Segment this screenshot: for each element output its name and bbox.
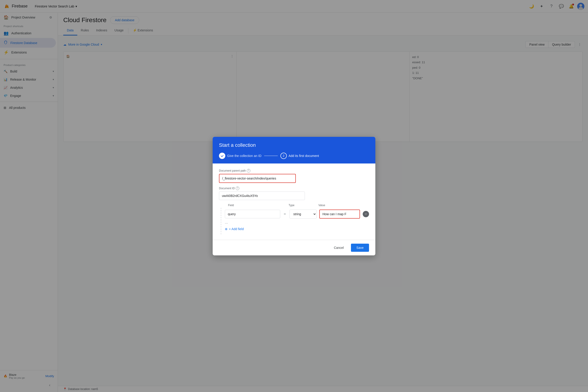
field-row-wrapper: = string number boolean map array null t… xyxy=(221,208,369,234)
type-select[interactable]: string number boolean map array null tim… xyxy=(289,210,317,218)
value-col-label: Value xyxy=(319,204,369,207)
document-id-section: Document ID ? xyxy=(219,186,369,200)
dialog-steps: Give the collection an ID 2 Add its firs… xyxy=(219,153,369,159)
parent-path-help-icon[interactable]: ? xyxy=(247,169,250,172)
field-name-input[interactable] xyxy=(225,210,280,218)
step-2: 2 Add its first document xyxy=(280,153,319,159)
add-field-plus-icon: ⊕ xyxy=(225,227,227,231)
dialog-footer: Cancel Save xyxy=(213,240,375,256)
field-row-1: = string number boolean map array null t… xyxy=(225,210,369,218)
dialog-body: Document parent path ? Document ID ? xyxy=(213,164,375,240)
field-equals: = xyxy=(283,212,287,216)
field-eq-spacer xyxy=(281,204,286,207)
document-id-help-icon[interactable]: ? xyxy=(236,186,239,190)
step-1: Give the collection an ID xyxy=(219,153,261,159)
parent-path-label: Document parent path ? xyxy=(219,169,369,172)
cancel-button[interactable]: Cancel xyxy=(329,244,348,251)
add-field-row: ··· ⊕ + Add field xyxy=(225,221,369,232)
document-id-label: Document ID ? xyxy=(219,186,369,190)
remove-field-button[interactable]: − xyxy=(363,211,369,217)
parent-path-section: Document parent path ? xyxy=(219,169,369,183)
dots-icon: ··· xyxy=(225,221,228,225)
modal-overlay[interactable]: Start a collection Give the collection a… xyxy=(0,0,588,392)
dialog: Start a collection Give the collection a… xyxy=(213,137,375,256)
fields-section: Field Type Value = string number xyxy=(219,204,369,234)
save-button[interactable]: Save xyxy=(351,244,369,252)
app-container: Firebase Firestore Vector Search Lab ▾ 🌙… xyxy=(0,0,588,392)
step-1-circle xyxy=(219,153,225,159)
step-line xyxy=(264,156,278,156)
document-id-input[interactable] xyxy=(219,192,305,200)
field-col-label: Field xyxy=(228,204,279,207)
dialog-title: Start a collection xyxy=(219,142,369,148)
add-field-label: + Add field xyxy=(229,227,244,231)
step-2-circle: 2 xyxy=(280,153,287,159)
add-field-button[interactable]: ⊕ + Add field xyxy=(225,225,244,232)
step-1-label: Give the collection an ID xyxy=(227,154,261,158)
step-2-label: Add its first document xyxy=(288,154,319,158)
type-col-label: Type xyxy=(288,204,316,207)
fields-header: Field Type Value xyxy=(228,204,369,207)
field-value-input[interactable] xyxy=(319,210,360,218)
dialog-header: Start a collection Give the collection a… xyxy=(213,137,375,164)
document-parent-path-input[interactable] xyxy=(219,174,296,183)
